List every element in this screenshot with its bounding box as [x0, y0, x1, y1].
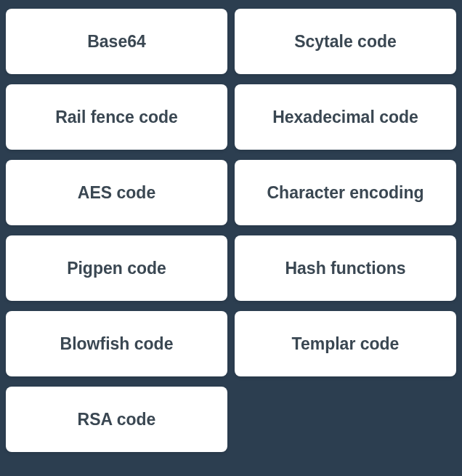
card-blowfish[interactable]: Blowfish code [6, 311, 227, 376]
card-hash-functions[interactable]: Hash functions [235, 235, 456, 301]
card-label: Hash functions [285, 259, 405, 278]
card-label: Blowfish code [60, 334, 174, 354]
card-rail-fence[interactable]: Rail fence code [6, 84, 227, 150]
card-label: AES code [78, 183, 155, 203]
card-character-encoding[interactable]: Character encoding [235, 160, 456, 225]
card-label: Hexadecimal code [272, 108, 418, 127]
card-aes[interactable]: AES code [6, 160, 227, 225]
card-label: Scytale code [294, 32, 397, 52]
card-label: Base64 [87, 32, 146, 52]
card-label: Rail fence code [55, 108, 178, 127]
card-label: Pigpen code [67, 259, 166, 278]
card-grid: Base64 Scytale code Rail fence code Hexa… [6, 9, 456, 452]
card-hexadecimal[interactable]: Hexadecimal code [235, 84, 456, 150]
card-base64[interactable]: Base64 [6, 9, 227, 74]
card-templar[interactable]: Templar code [235, 311, 456, 376]
card-scytale[interactable]: Scytale code [235, 9, 456, 74]
card-label: Templar code [292, 334, 400, 354]
card-rsa[interactable]: RSA code [6, 387, 227, 452]
card-pigpen[interactable]: Pigpen code [6, 235, 227, 301]
card-label: RSA code [78, 410, 156, 429]
card-label: Character encoding [267, 183, 424, 203]
